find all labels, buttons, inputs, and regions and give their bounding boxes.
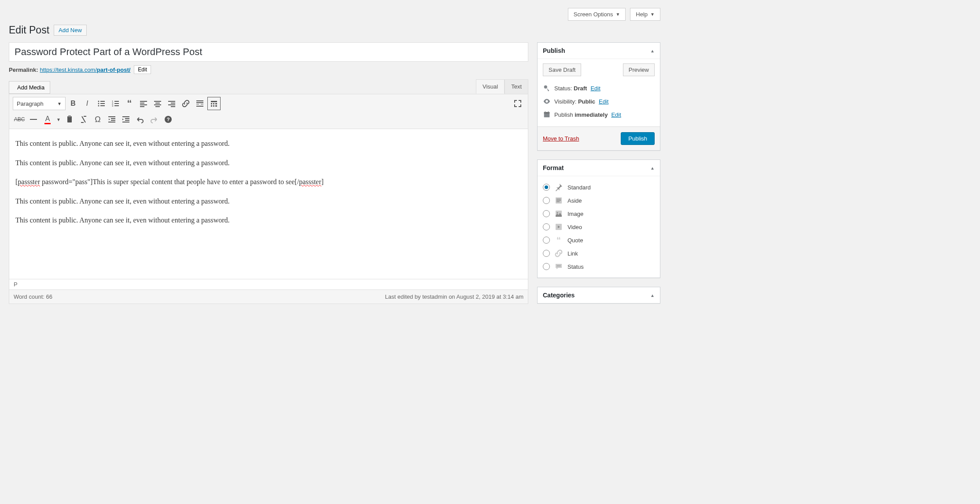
- svg-rect-34: [213, 105, 214, 107]
- format-dropdown[interactable]: Paragraph ▼: [13, 97, 66, 110]
- svg-rect-9: [114, 103, 119, 104]
- edit-status-link[interactable]: Edit: [590, 85, 600, 92]
- format-option-status[interactable]: Status: [543, 260, 655, 273]
- radio-icon: [543, 223, 550, 230]
- radio-icon: [543, 263, 550, 270]
- format-option-standard[interactable]: Standard: [543, 181, 655, 194]
- format-list: Standard Aside Image: [543, 181, 655, 273]
- page-title: Edit Post: [9, 24, 49, 36]
- undo-button[interactable]: [133, 113, 147, 126]
- help-button[interactable]: Help ▼: [630, 8, 660, 21]
- bold-button[interactable]: B: [66, 97, 80, 110]
- clear-formatting-button[interactable]: [77, 113, 90, 126]
- publish-button[interactable]: Publish: [621, 132, 655, 145]
- indent-button[interactable]: [119, 113, 133, 126]
- svg-rect-52: [545, 111, 546, 113]
- svg-rect-42: [108, 122, 115, 122]
- toolbar-toggle-button[interactable]: [207, 97, 221, 110]
- numbered-list-button[interactable]: 123: [109, 97, 122, 110]
- svg-text:?: ?: [167, 117, 170, 122]
- svg-rect-30: [211, 103, 212, 104]
- svg-rect-3: [100, 103, 105, 104]
- svg-rect-40: [111, 118, 115, 119]
- svg-rect-32: [215, 103, 217, 104]
- align-center-button[interactable]: [151, 97, 164, 110]
- format-option-quote[interactable]: “ Quote: [543, 233, 655, 247]
- bullet-list-button[interactable]: [95, 97, 108, 110]
- svg-rect-11: [114, 105, 119, 106]
- svg-rect-16: [154, 101, 161, 102]
- svg-rect-12: [140, 101, 147, 102]
- post-title-input[interactable]: [9, 42, 528, 62]
- svg-rect-44: [125, 118, 129, 119]
- svg-rect-33: [211, 105, 212, 107]
- add-media-label: Add Media: [17, 84, 44, 91]
- word-count: Word count: 66: [14, 293, 52, 300]
- editor-content-area[interactable]: This content is public. Anyone can see i…: [9, 129, 528, 279]
- redo-button[interactable]: [147, 113, 161, 126]
- permalink-label: Permalink:: [9, 67, 38, 73]
- horizontal-rule-button[interactable]: [27, 113, 40, 126]
- svg-rect-22: [168, 104, 175, 105]
- help-button[interactable]: ?: [162, 113, 175, 126]
- editor-paragraph: [passster password="pass"]This is super …: [15, 176, 522, 188]
- text-color-button[interactable]: A: [41, 113, 54, 126]
- align-left-button[interactable]: [137, 97, 150, 110]
- tab-visual[interactable]: Visual: [476, 79, 505, 94]
- format-option-image[interactable]: Image: [543, 207, 655, 220]
- svg-point-2: [98, 103, 99, 104]
- editor-paragraph: This content is public. Anyone can see i…: [15, 215, 522, 226]
- strikethrough-button[interactable]: ABC: [13, 113, 26, 126]
- svg-rect-29: [211, 101, 217, 102]
- fullscreen-button[interactable]: [511, 97, 524, 110]
- outdent-button[interactable]: [105, 113, 118, 126]
- format-option-video[interactable]: Video: [543, 220, 655, 233]
- move-to-trash-link[interactable]: Move to Trash: [543, 135, 579, 142]
- add-new-button[interactable]: Add New: [54, 25, 87, 36]
- format-option-aside[interactable]: Aside: [543, 194, 655, 207]
- key-icon: [543, 84, 551, 92]
- format-header[interactable]: Format ▲: [538, 160, 660, 176]
- blockquote-button[interactable]: “: [123, 97, 136, 110]
- read-more-button[interactable]: [193, 97, 206, 110]
- edit-schedule-link[interactable]: Edit: [611, 111, 621, 118]
- preview-button[interactable]: Preview: [623, 63, 655, 76]
- status-text: Status: Draft: [554, 85, 587, 92]
- align-right-button[interactable]: [165, 97, 178, 110]
- special-character-button[interactable]: Ω: [91, 113, 104, 126]
- permalink-link[interactable]: https://test.kinsta.com/part-of-post/: [40, 67, 130, 73]
- publish-metabox: Publish ▲ Save Draft Preview Status: Dra…: [537, 42, 660, 151]
- categories-header[interactable]: Categories ▲: [538, 287, 660, 303]
- edit-visibility-link[interactable]: Edit: [599, 98, 608, 105]
- format-title: Format: [543, 164, 564, 171]
- image-icon: [554, 209, 563, 218]
- chat-icon: [554, 262, 563, 271]
- svg-point-4: [98, 105, 99, 107]
- publish-title: Publish: [543, 47, 565, 54]
- radio-icon: [543, 210, 550, 217]
- add-media-button[interactable]: Add Media: [9, 81, 50, 94]
- tab-text[interactable]: Text: [505, 79, 528, 94]
- edit-permalink-button[interactable]: Edit: [134, 65, 151, 74]
- svg-rect-56: [556, 200, 561, 201]
- svg-rect-43: [122, 116, 129, 117]
- paste-text-button[interactable]: [63, 113, 76, 126]
- link-button[interactable]: [179, 97, 192, 110]
- svg-text:3: 3: [112, 104, 114, 107]
- svg-rect-21: [171, 103, 175, 104]
- format-option-link[interactable]: Link: [543, 247, 655, 260]
- element-path: P: [9, 279, 528, 289]
- italic-button[interactable]: I: [81, 97, 94, 110]
- chevron-up-icon: ▲: [650, 166, 655, 170]
- chevron-down-icon: ▼: [650, 12, 655, 17]
- text-color-dropdown[interactable]: ▼: [55, 113, 62, 126]
- screen-options-button[interactable]: Screen Options ▼: [568, 8, 626, 21]
- svg-rect-38: [68, 115, 71, 117]
- svg-rect-5: [100, 105, 105, 106]
- editor-paragraph: This content is public. Anyone can see i…: [15, 138, 522, 149]
- svg-rect-36: [30, 119, 37, 120]
- publish-header[interactable]: Publish ▲: [538, 43, 660, 59]
- save-draft-button[interactable]: Save Draft: [543, 63, 581, 76]
- pin-icon: [554, 183, 563, 192]
- svg-rect-39: [108, 116, 115, 117]
